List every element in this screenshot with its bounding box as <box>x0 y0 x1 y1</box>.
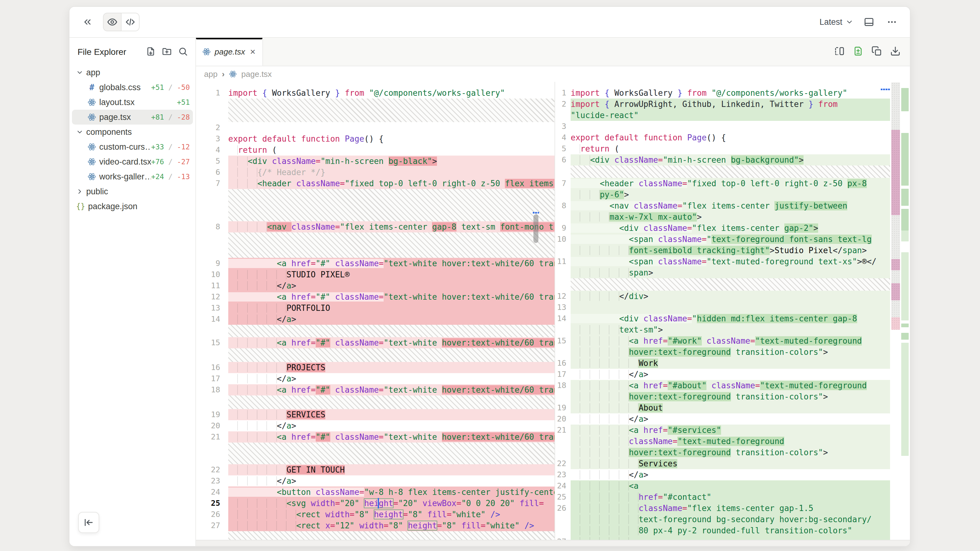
code-line: 21 <a href="#" className="text-white hov… <box>196 431 555 443</box>
page: Latest File Explorer <box>0 0 980 551</box>
collapsed-unchanged-region[interactable] <box>228 395 555 409</box>
more-menu-button[interactable] <box>885 14 899 29</box>
code-content: </a> <box>228 373 555 384</box>
breadcrumb-file[interactable]: page.tsx <box>241 70 272 79</box>
collapsed-unchanged-region[interactable] <box>228 232 555 258</box>
code-content: About <box>571 402 890 413</box>
code-content: SERVICES <box>228 409 555 420</box>
file-label: video-card.tsx <box>99 157 151 167</box>
file-explorer-sidebar: File Explorer <box>70 38 196 546</box>
line-number: 22 <box>555 458 571 469</box>
code-content: PORTFOLIO <box>228 302 555 314</box>
preview-toggle-button[interactable] <box>103 13 121 31</box>
code-content: </a> <box>571 369 890 380</box>
split-view-button[interactable] <box>834 46 845 58</box>
code-line: 20 </a> <box>196 420 555 431</box>
diff-stats: +51 / -50 <box>151 83 190 91</box>
code-content: font-semibold tracking-tight">Studio Pix… <box>571 245 890 256</box>
line-number: 2 <box>196 122 228 133</box>
collapsed-unchanged-region[interactable] <box>228 189 555 221</box>
code-toggle-button[interactable] <box>121 13 139 31</box>
minimap-block <box>891 215 900 259</box>
code-line: span> <box>555 267 890 278</box>
line-number: 25 <box>555 492 571 503</box>
code-line: 10 <span className="text-foreground font… <box>555 233 890 245</box>
file-item-works-galler-[interactable]: works-galler…+24 / -13 <box>72 169 193 184</box>
line-number: 17 <box>196 373 228 384</box>
download-button[interactable] <box>890 46 900 58</box>
view-diff-button[interactable] <box>853 46 863 58</box>
file-item-public[interactable]: public <box>72 184 193 199</box>
file-item-page.tsx[interactable]: page.tsx+81 / -28 <box>72 110 193 125</box>
react-icon <box>88 172 96 181</box>
file-item-video-card.tsx[interactable]: video-card.tsx+76 / -27 <box>72 154 193 169</box>
breadcrumb-folder[interactable]: app <box>204 70 217 79</box>
search-files-button[interactable] <box>178 46 188 58</box>
top-toolbar: Latest <box>70 7 910 38</box>
code-content: </a> <box>571 413 890 424</box>
file-item-custom-curs-[interactable]: custom-curs…+33 / -12 <box>72 140 193 154</box>
code-content: <nav className="flex items-center gap-8 … <box>228 221 555 232</box>
code-line: 27 <rect x="12" width="8" height="8" fil… <box>196 520 555 531</box>
code-line: 22 Services <box>555 458 890 469</box>
collapsed-unchanged-region[interactable] <box>571 165 890 178</box>
copy-icon <box>872 46 882 56</box>
tab-page-tsx[interactable]: page.tsx × <box>196 38 263 66</box>
code-line: py-6"> <box>555 189 890 200</box>
line-number: 14 <box>555 313 571 324</box>
line-number: 5 <box>196 156 228 167</box>
file-item-app[interactable]: app <box>72 65 193 80</box>
tab-close-button[interactable]: × <box>250 47 256 56</box>
collapsed-unchanged-region[interactable] <box>228 325 555 337</box>
code-content: hover:text-foreground transition-colors"… <box>571 346 890 357</box>
code-line: 15 <a href="#work" className="text-muted… <box>555 335 890 346</box>
copy-code-button[interactable] <box>872 46 882 58</box>
version-dropdown[interactable]: Latest <box>819 17 853 27</box>
code-content: <rect x="12" width="8" height="8" fill="… <box>228 520 555 531</box>
file-label: layout.tsx <box>99 98 177 107</box>
collapsed-unchanged-region[interactable] <box>228 531 555 540</box>
diff-pane-old: 1import { WorksGallery } from "@/compone… <box>196 82 555 540</box>
code-line: 5 return ( <box>555 143 890 154</box>
code-line: 3 <box>555 121 890 132</box>
scrollbar-thumb[interactable] <box>533 214 538 243</box>
collapse-panel-button[interactable] <box>80 14 95 29</box>
file-item-package.json[interactable]: {}package.json <box>72 199 193 214</box>
minimap-block <box>891 318 900 330</box>
collapsed-unchanged-region[interactable] <box>228 443 555 464</box>
code-content: export default function Page() { <box>228 133 555 144</box>
minimap-block <box>891 130 900 215</box>
chevron-down-icon <box>76 69 83 76</box>
line-number: 20 <box>196 420 228 431</box>
code-content: import { ArrowUpRight, Github, Linkedin,… <box>571 98 890 110</box>
code-content: text-sm"> <box>571 324 890 335</box>
line-number: 8 <box>555 200 571 211</box>
code-content: <a href="#services" <box>571 424 890 436</box>
line-number: 17 <box>555 369 571 380</box>
line-number: 12 <box>196 291 228 302</box>
code-content: <span className="text-muted-foreground t… <box>571 256 890 267</box>
code-content: hover:text-foreground transition-colors"… <box>571 391 890 402</box>
code-content: export default function Page() { <box>571 132 890 143</box>
code-content: <button className="w-8 h-8 flex items-ce… <box>228 486 555 498</box>
line-number: 19 <box>555 402 571 413</box>
file-item-globals.css[interactable]: #globals.css+51 / -50 <box>72 80 193 95</box>
file-item-components[interactable]: components <box>72 125 193 140</box>
line-number: 24 <box>555 480 571 492</box>
code-content: GET IN TOUCH <box>228 464 555 475</box>
panel-bottom-button[interactable] <box>862 14 877 29</box>
collapse-explorer-button[interactable] <box>78 512 99 533</box>
collapsed-unchanged-region[interactable] <box>228 348 555 362</box>
collapsed-unchanged-region[interactable] <box>228 98 555 122</box>
new-file-button[interactable] <box>146 46 156 58</box>
code-content: href="#contact" <box>571 492 890 503</box>
new-folder-button[interactable] <box>162 46 172 58</box>
code-line: 4export default function Page() { <box>555 132 890 143</box>
file-item-layout.tsx[interactable]: layout.tsx+51 <box>72 95 193 110</box>
line-number: 2 <box>555 98 571 110</box>
code-content: 80 px-4 py-2 rounded-full transition-col… <box>571 525 890 536</box>
minimap[interactable] <box>890 82 909 540</box>
horizontal-scrollbar-track[interactable] <box>196 540 910 546</box>
code-line: max-w-7xl mx-auto"> <box>555 211 890 222</box>
collapsed-unchanged-region[interactable] <box>571 278 890 291</box>
